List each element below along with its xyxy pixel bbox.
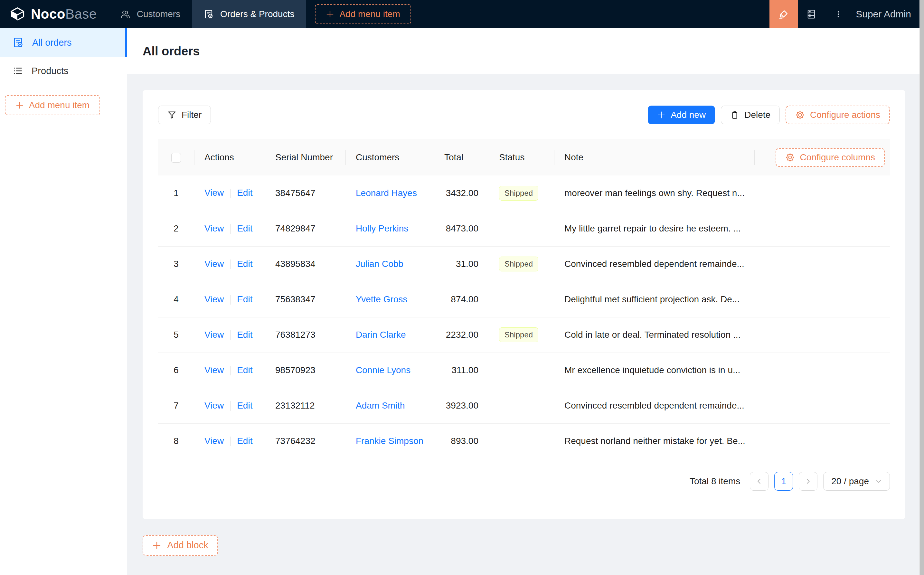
- page-scrollbar[interactable]: [919, 0, 924, 575]
- status-cell: Shipped: [489, 246, 554, 282]
- configure-columns-button[interactable]: Configure columns: [776, 148, 885, 167]
- status-cell: [489, 388, 554, 423]
- view-link[interactable]: View: [205, 294, 224, 304]
- view-link[interactable]: View: [205, 188, 224, 198]
- view-link[interactable]: View: [205, 259, 224, 269]
- total-cell: 893.00: [434, 423, 489, 459]
- edit-link[interactable]: Edit: [237, 188, 252, 198]
- view-link[interactable]: View: [205, 330, 224, 340]
- add-block-button[interactable]: Add block: [143, 535, 218, 556]
- list-icon: [12, 65, 23, 76]
- sidebar-item-all-orders[interactable]: All orders: [0, 28, 127, 57]
- customer-cell: Darin Clarke: [345, 317, 434, 353]
- customer-link[interactable]: Frankie Simpson: [356, 436, 423, 446]
- top-menu-item-orders-products[interactable]: Orders & Products: [192, 0, 306, 28]
- row-number: 3: [158, 246, 194, 282]
- total-cell: 874.00: [434, 282, 489, 317]
- add-new-button-label: Add new: [671, 110, 706, 120]
- filter-button[interactable]: Filter: [158, 106, 211, 124]
- user-menu[interactable]: Super Admin: [852, 0, 924, 28]
- more-options-button[interactable]: [825, 0, 852, 28]
- status-badge: Shipped: [499, 257, 538, 272]
- action-divider: [230, 401, 230, 411]
- row-spacer-cell: [754, 211, 890, 246]
- page-size-select[interactable]: 20 / page: [823, 472, 890, 491]
- sidebar-item-label: Products: [32, 66, 68, 76]
- nocobase-logo[interactable]: NocoBase: [0, 0, 108, 28]
- customer-cell: Holly Perkins: [345, 211, 434, 246]
- previous-page-button[interactable]: [750, 472, 768, 491]
- view-link[interactable]: View: [205, 400, 224, 410]
- view-link[interactable]: View: [205, 365, 224, 375]
- row-spacer-cell: [754, 246, 890, 282]
- ellipsis-vertical-icon: [834, 10, 843, 19]
- row-number: 6: [158, 353, 194, 388]
- row-spacer-cell: [754, 175, 890, 211]
- row-spacer-cell: [754, 388, 890, 423]
- serial-number-cell: 73764232: [265, 423, 345, 459]
- sidebar-add-menu-item-button[interactable]: Add menu item: [5, 95, 100, 115]
- action-divider: [230, 189, 230, 198]
- select-all-checkbox[interactable]: [171, 153, 181, 163]
- column-header-status: Status: [489, 139, 554, 175]
- page-number-button[interactable]: 1: [774, 472, 793, 491]
- column-header-actions: Actions: [194, 139, 265, 175]
- note-cell: moreover man feelings own shy. Request n…: [554, 175, 754, 211]
- edit-link[interactable]: Edit: [237, 259, 252, 269]
- row-actions: ViewEdit: [194, 175, 265, 211]
- status-cell: [489, 282, 554, 317]
- serial-number-cell: 43895834: [265, 246, 345, 282]
- serial-number-cell: 74829847: [265, 211, 345, 246]
- top-menu-item-customers[interactable]: Customers: [108, 0, 192, 28]
- trash-icon: [730, 110, 739, 119]
- customer-link[interactable]: Holly Perkins: [356, 224, 408, 233]
- action-divider: [230, 437, 230, 446]
- view-link[interactable]: View: [205, 224, 224, 233]
- edit-link[interactable]: Edit: [237, 400, 252, 410]
- delete-button[interactable]: Delete: [721, 106, 780, 124]
- row-number: 2: [158, 211, 194, 246]
- action-divider: [230, 224, 230, 234]
- orders-doc-check-icon: [12, 37, 24, 48]
- table-toolbar: Filter Add new: [158, 106, 890, 124]
- sidebar-add-menu-item-label: Add menu item: [29, 100, 89, 110]
- total-cell: 31.00: [434, 246, 489, 282]
- serial-number-cell: 38475647: [265, 175, 345, 211]
- customer-cell: Adam Smith: [345, 388, 434, 423]
- customer-link[interactable]: Yvette Gross: [356, 294, 407, 304]
- chevron-right-icon: [805, 478, 812, 485]
- table-row: 2 ViewEdit 74829847 Holly Perkins 8473.0…: [158, 211, 890, 246]
- plus-icon: [326, 10, 334, 18]
- plus-icon: [657, 111, 665, 119]
- ui-editor-button[interactable]: [770, 0, 798, 28]
- edit-link[interactable]: Edit: [237, 224, 252, 233]
- note-cell: Mr excellence inquietude conviction is i…: [554, 353, 754, 388]
- edit-link[interactable]: Edit: [237, 365, 252, 375]
- table-row: 3 ViewEdit 43895834 Julian Cobb 31.00 Sh…: [158, 246, 890, 282]
- customer-link[interactable]: Darin Clarke: [356, 330, 406, 340]
- chevron-down-icon: [875, 478, 882, 484]
- edit-link[interactable]: Edit: [237, 294, 252, 304]
- add-new-button[interactable]: Add new: [648, 106, 715, 124]
- edit-link[interactable]: Edit: [237, 330, 252, 340]
- customer-link[interactable]: Connie Lyons: [356, 365, 411, 375]
- sidebar-item-products[interactable]: Products: [0, 57, 127, 85]
- customer-link[interactable]: Leonard Hayes: [356, 188, 417, 198]
- plus-icon: [152, 541, 161, 550]
- customer-cell: Leonard Hayes: [345, 175, 434, 211]
- next-page-button[interactable]: [799, 472, 818, 491]
- plugin-manager-button[interactable]: [798, 0, 825, 28]
- customer-link[interactable]: Julian Cobb: [356, 259, 403, 269]
- action-divider: [230, 259, 230, 269]
- content-area: Filter Add new: [127, 74, 924, 575]
- status-cell: [489, 353, 554, 388]
- gear-icon: [785, 152, 795, 162]
- note-cell: Convinced resembled dependent remainde..…: [554, 246, 754, 282]
- customer-link[interactable]: Adam Smith: [356, 400, 405, 410]
- nav-add-menu-item-button[interactable]: Add menu item: [315, 4, 411, 24]
- status-cell: Shipped: [489, 317, 554, 353]
- configure-actions-button[interactable]: Configure actions: [786, 106, 890, 124]
- orders-doc-check-icon: [203, 9, 214, 19]
- view-link[interactable]: View: [205, 436, 224, 446]
- edit-link[interactable]: Edit: [237, 436, 252, 446]
